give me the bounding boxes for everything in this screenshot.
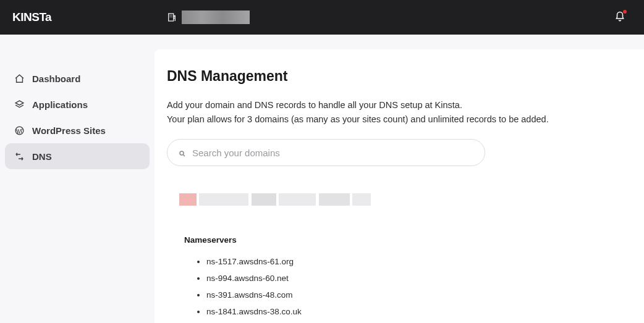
sidebar: Dashboard Applications WordPress Sites: [0, 35, 155, 323]
brand-logo[interactable]: KINSTa: [12, 10, 167, 24]
nameservers-list: ns-1517.awsdns-61.org ns-994.awsdns-60.n…: [184, 253, 618, 320]
building-icon: [167, 12, 177, 22]
home-icon: [14, 73, 25, 84]
sidebar-item-label: Dashboard: [32, 73, 80, 84]
sidebar-item-label: WordPress Sites: [32, 125, 106, 136]
nameservers-heading: Nameservers: [184, 235, 618, 245]
search-domains[interactable]: [167, 139, 485, 166]
nameservers-section: Nameservers ns-1517.awsdns-61.org ns-994…: [167, 235, 618, 320]
sidebar-item-wordpress[interactable]: WordPress Sites: [5, 117, 150, 143]
sidebar-item-dns[interactable]: DNS: [5, 143, 150, 169]
svg-line-10: [184, 155, 185, 157]
svg-text:KINSTa: KINSTa: [12, 10, 52, 23]
company-selector[interactable]: [167, 10, 250, 24]
nameserver-item: ns-1517.awsdns-61.org: [206, 253, 618, 270]
layers-icon: [14, 99, 25, 110]
svg-point-9: [180, 151, 184, 155]
sidebar-item-dashboard[interactable]: Dashboard: [5, 65, 150, 91]
topbar: KINSTa: [0, 0, 644, 35]
nameserver-item: ns-391.awsdns-48.com: [206, 287, 618, 303]
main-content: DNS Management Add your domain and DNS r…: [155, 49, 644, 323]
notifications-button[interactable]: [614, 11, 625, 25]
page-description: Add your domain and DNS records to handl…: [167, 98, 618, 127]
wordpress-icon: [14, 125, 25, 136]
page-title: DNS Management: [167, 68, 618, 85]
domain-entry[interactable]: [167, 193, 618, 206]
sidebar-item-applications[interactable]: Applications: [5, 91, 150, 117]
dns-icon: [14, 151, 25, 162]
nameserver-item: ns-1841.awsdns-38.co.uk: [206, 303, 618, 320]
company-name-redacted: [182, 10, 250, 24]
search-input[interactable]: [192, 148, 473, 158]
sidebar-item-label: Applications: [32, 99, 88, 110]
sidebar-item-label: DNS: [32, 151, 52, 162]
notification-dot-icon: [623, 10, 627, 14]
nameserver-item: ns-994.awsdns-60.net: [206, 270, 618, 287]
domain-name-redacted: [179, 193, 371, 206]
search-icon: [179, 149, 186, 156]
svg-rect-1: [169, 14, 174, 21]
